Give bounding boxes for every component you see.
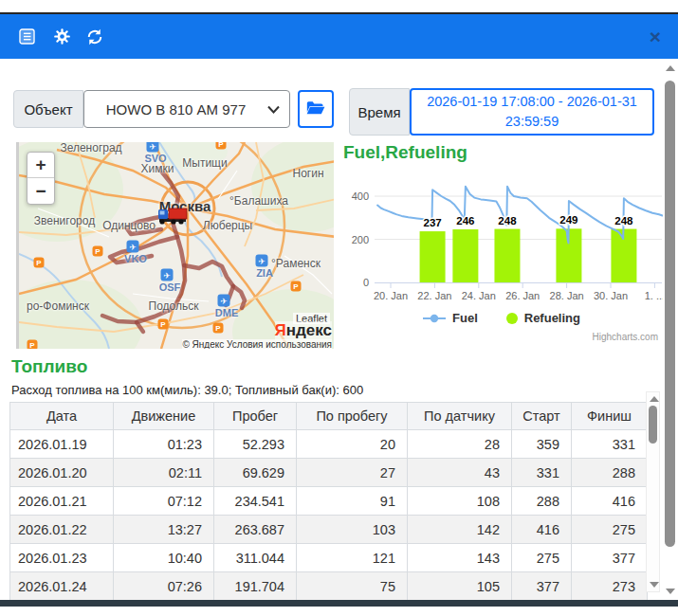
table-row[interactable]: 2026.01.2407:26191.70475105377273 — [10, 572, 648, 601]
time-label: Время — [349, 88, 410, 136]
table-cell: 416 — [572, 487, 648, 516]
table-cell: 273 — [572, 572, 648, 601]
column-header: Старт — [512, 403, 572, 430]
table-cell: 143 — [408, 544, 512, 572]
table-cell: 377 — [512, 572, 572, 601]
close-button[interactable]: × — [644, 26, 667, 48]
object-label: Объект — [13, 90, 83, 128]
table-cell: 263.687 — [214, 516, 297, 544]
map-city-label: °Раменск — [271, 257, 321, 270]
table-cell: 416 — [512, 516, 572, 544]
yandex-logo[interactable]: Яндекс — [275, 321, 332, 340]
svg-text:246: 246 — [456, 215, 474, 226]
report-button[interactable] — [16, 27, 37, 47]
table-row[interactable]: 2026.01.2107:12234.54191108288416 — [10, 487, 648, 516]
open-object-list-button[interactable] — [298, 90, 334, 128]
svg-text:248: 248 — [498, 215, 517, 226]
svg-text:1. ...: 1. ... — [645, 290, 664, 301]
map-city-label: Мытищи — [182, 156, 227, 170]
table-row[interactable]: 2026.01.1901:2352.2932028359331 — [10, 430, 648, 459]
svg-text:249: 249 — [559, 214, 577, 226]
table-cell: 07:12 — [114, 487, 214, 516]
airport-code-label: ZIA — [256, 267, 273, 279]
table-cell: 2026.01.22 — [10, 516, 114, 544]
report-icon — [18, 27, 36, 45]
chart-legend: Fuel Refueling — [339, 311, 664, 325]
settings-button[interactable] — [51, 27, 72, 47]
table-row[interactable]: 2026.01.2310:40311.044121143275377 — [10, 544, 648, 572]
legend-item-fuel[interactable]: Fuel — [423, 311, 478, 325]
svg-text:248: 248 — [614, 215, 633, 226]
airport-code-label: SVO — [144, 153, 166, 164]
object-select[interactable]: HOWO В 810 АМ 977 — [83, 90, 290, 128]
fuel-table-viewport: ДатаДвижениеПробегПо пробегуПо датчикуСт… — [0, 402, 659, 600]
table-cell: 103 — [297, 516, 408, 544]
table-cell: 2026.01.19 — [10, 430, 114, 459]
table-cell: 27 — [297, 459, 408, 487]
column-header: По датчику — [408, 403, 512, 430]
settings-gear-icon — [53, 27, 71, 45]
svg-text:26. Jan: 26. Jan — [505, 290, 540, 301]
airport-code-label: OSF — [159, 281, 181, 293]
zoom-in-button[interactable]: + — [27, 153, 54, 178]
map-city-label: Звенигород — [34, 214, 95, 227]
time-range-input[interactable]: 2026-01-19 17:08:00 - 2026-01-31 23:59:5… — [410, 88, 654, 136]
zoom-out-button[interactable]: − — [27, 178, 54, 204]
table-cell: 75 — [297, 572, 408, 601]
terms-link[interactable]: Условия использования — [227, 339, 332, 349]
table-cell: 288 — [572, 459, 648, 487]
page-scrollbar-thumb[interactable] — [665, 81, 675, 547]
map-city-label: Ногин — [292, 167, 323, 180]
table-scrollbar-thumb[interactable] — [649, 406, 657, 444]
svg-text:20. Jan: 20. Jan — [374, 290, 408, 301]
map-city-label: °Балашиха — [229, 194, 288, 208]
table-row[interactable]: 2026.01.2002:1169.6292743331288 — [10, 459, 648, 487]
fuel-chart: Fuel,Refueling 020040020. Jan22. Jan24. … — [339, 142, 664, 351]
table-cell: 01:23 — [114, 430, 214, 459]
table-row[interactable]: 2026.01.2213:27263.687103142416275 — [10, 516, 648, 544]
table-scroll-up-arrow[interactable] — [650, 396, 659, 402]
fuel-table: ДатаДвижениеПробегПо пробегуПо датчикуСт… — [9, 402, 648, 600]
airport-code-label: VKO — [124, 253, 147, 264]
svg-text:28. Jan: 28. Jan — [550, 290, 584, 301]
table-cell: 43 — [408, 459, 512, 487]
table-cell: 331 — [572, 430, 648, 459]
svg-text:24. Jan: 24. Jan — [462, 290, 496, 301]
table-cell: 377 — [572, 544, 648, 572]
svg-text:22. Jan: 22. Jan — [417, 290, 451, 301]
fuel-line-marker-icon — [423, 314, 446, 323]
table-cell: 2026.01.21 — [10, 487, 114, 516]
railway-icon: Р — [158, 319, 169, 330]
table-cell: 275 — [512, 544, 572, 572]
tracking-plugin-window: × Объект HOWO В 810 АМ 977 Время 2026-01… — [0, 0, 678, 616]
table-cell: 108 — [408, 487, 512, 516]
airport-icon: ✈ — [161, 269, 174, 281]
table-cell: 07:26 — [114, 572, 214, 601]
folder-icon — [306, 100, 325, 118]
toolbar: × — [0, 14, 678, 59]
railway-icon: Р — [93, 246, 103, 257]
railway-icon: Р — [27, 340, 38, 350]
table-cell: 275 — [572, 516, 648, 544]
airport-icon: ✈ — [218, 295, 230, 307]
table-cell: 2026.01.23 — [10, 544, 114, 572]
column-header: Движение — [114, 403, 214, 430]
map-city-label: Люберцы — [203, 219, 252, 232]
legend-refueling-label: Refueling — [524, 311, 580, 325]
map-city-label: ро-Фоминск — [27, 299, 89, 313]
page-scroll-down-arrow[interactable] — [666, 589, 675, 594]
table-cell: 105 — [408, 572, 512, 601]
table-cell: 28 — [408, 430, 512, 459]
page-scroll-up-arrow[interactable] — [666, 65, 675, 71]
table-cell: 2026.01.24 — [10, 572, 114, 601]
legend-item-refueling[interactable]: Refueling — [506, 311, 580, 325]
table-scroll-down-arrow[interactable] — [650, 582, 659, 588]
table-cell: 02:11 — [114, 459, 214, 487]
map-copyright: © Яндекс Условия использования — [182, 339, 332, 349]
map[interactable]: ЗеленоградХимкиМытищиНогин°БалашихаЗвени… — [16, 142, 334, 349]
table-scrollbar — [646, 391, 660, 592]
highcharts-credit-link[interactable]: Highcharts.com — [593, 332, 658, 342]
table-cell: 52.293 — [214, 430, 297, 459]
refresh-button[interactable] — [84, 27, 105, 47]
table-cell: 13:27 — [114, 516, 214, 544]
